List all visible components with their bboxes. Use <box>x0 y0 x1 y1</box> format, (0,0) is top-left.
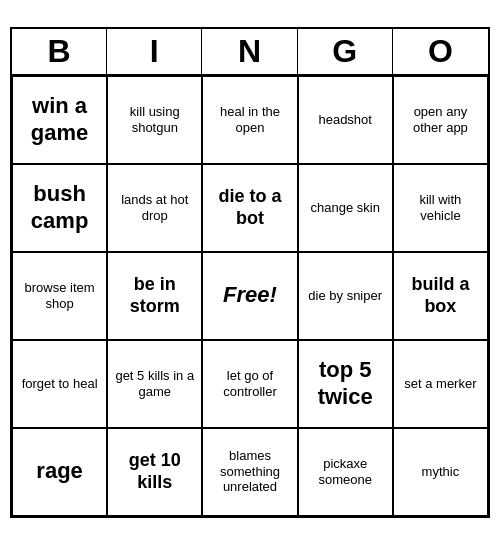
bingo-cell-18: top 5 twice <box>298 340 393 428</box>
bingo-cell-4: open any other app <box>393 76 488 164</box>
header-letter-N: N <box>202 29 297 74</box>
bingo-cell-7: die to a bot <box>202 164 297 252</box>
bingo-cell-0: win a game <box>12 76 107 164</box>
header-letter-I: I <box>107 29 202 74</box>
bingo-cell-15: forget to heal <box>12 340 107 428</box>
bingo-cell-2: heal in the open <box>202 76 297 164</box>
bingo-card: BINGO win a gamekill using shotgunheal i… <box>10 27 490 518</box>
bingo-cell-1: kill using shotgun <box>107 76 202 164</box>
bingo-cell-12: Free! <box>202 252 297 340</box>
bingo-cell-22: blames something unrelated <box>202 428 297 516</box>
bingo-cell-10: browse item shop <box>12 252 107 340</box>
bingo-header: BINGO <box>12 29 488 76</box>
bingo-cell-20: rage <box>12 428 107 516</box>
bingo-cell-24: mythic <box>393 428 488 516</box>
bingo-cell-11: be in storm <box>107 252 202 340</box>
bingo-cell-13: die by sniper <box>298 252 393 340</box>
bingo-grid: win a gamekill using shotgunheal in the … <box>12 76 488 516</box>
bingo-cell-16: get 5 kills in a game <box>107 340 202 428</box>
bingo-cell-3: headshot <box>298 76 393 164</box>
bingo-cell-5: bush camp <box>12 164 107 252</box>
bingo-cell-23: pickaxe someone <box>298 428 393 516</box>
bingo-cell-17: let go of controller <box>202 340 297 428</box>
bingo-cell-14: build a box <box>393 252 488 340</box>
bingo-cell-9: kill with vehicle <box>393 164 488 252</box>
header-letter-O: O <box>393 29 488 74</box>
header-letter-G: G <box>298 29 393 74</box>
bingo-cell-19: set a merker <box>393 340 488 428</box>
header-letter-B: B <box>12 29 107 74</box>
bingo-cell-6: lands at hot drop <box>107 164 202 252</box>
bingo-cell-8: change skin <box>298 164 393 252</box>
bingo-cell-21: get 10 kills <box>107 428 202 516</box>
